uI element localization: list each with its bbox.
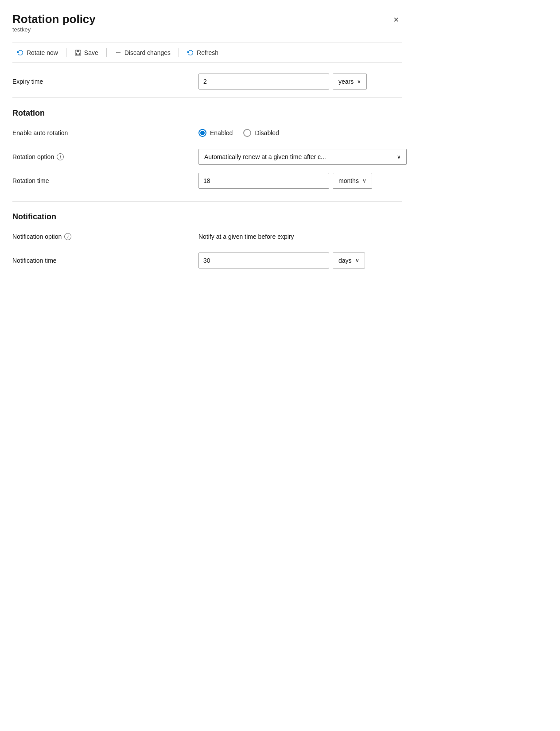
rotation-divider <box>12 201 402 202</box>
notification-option-label: Notification option i <box>12 233 198 240</box>
rotate-now-button[interactable]: Rotate now <box>12 47 62 58</box>
notification-time-unit-chevron: ∨ <box>355 257 359 264</box>
rotation-time-controls: months ∨ <box>198 173 402 189</box>
notification-section: Notification Notification option i Notif… <box>12 212 402 268</box>
rotation-section-title: Rotation <box>12 109 402 118</box>
notification-time-label: Notification time <box>12 257 198 264</box>
discard-label: Discard changes <box>124 49 171 56</box>
refresh-button[interactable]: Refresh <box>183 47 223 58</box>
auto-rotation-radio-group: Enabled Disabled <box>198 129 279 137</box>
discard-icon <box>115 49 122 56</box>
panel-subtitle: testkey <box>12 26 96 33</box>
expiry-controls: years ∨ <box>198 74 402 89</box>
save-icon <box>74 49 82 56</box>
svg-rect-1 <box>77 50 79 52</box>
expiry-unit-chevron: ∨ <box>357 78 361 85</box>
rotate-now-label: Rotate now <box>27 49 58 56</box>
enabled-label: Enabled <box>210 129 233 136</box>
rotation-time-input[interactable] <box>198 173 329 189</box>
toolbar-sep-3 <box>179 48 179 57</box>
disabled-radio-circle <box>243 129 251 137</box>
notification-time-unit-label: days <box>338 257 352 264</box>
expiry-label: Expiry time <box>12 78 198 85</box>
notification-time-row: Notification time days ∨ <box>12 253 402 268</box>
expiry-row: Expiry time years ∨ <box>12 74 402 89</box>
notification-option-value: Notify at a given time before expiry <box>198 233 294 240</box>
rotation-option-value: Automatically renew at a given time afte… <box>204 153 326 160</box>
auto-rotation-row: Enable auto rotation Enabled Disabled <box>12 125 402 141</box>
panel-title: Rotation policy <box>12 12 96 26</box>
rotation-option-row: Rotation option i Automatically renew at… <box>12 149 402 165</box>
expiry-unit-label: years <box>338 78 354 85</box>
notification-option-row: Notification option i Notify at a given … <box>12 229 402 245</box>
svg-rect-3 <box>77 53 79 54</box>
rotation-option-select[interactable]: Automatically renew at a given time afte… <box>198 149 407 165</box>
rotation-option-controls: Automatically renew at a given time afte… <box>198 149 407 165</box>
save-button[interactable]: Save <box>70 47 103 58</box>
refresh-icon <box>187 49 194 56</box>
disabled-label: Disabled <box>255 129 279 136</box>
auto-rotation-controls: Enabled Disabled <box>198 129 402 137</box>
toolbar-sep-1 <box>66 48 66 57</box>
enabled-radio-circle <box>198 129 206 137</box>
disabled-radio[interactable]: Disabled <box>243 129 279 137</box>
rotate-icon <box>17 49 24 56</box>
notification-time-input[interactable] <box>198 253 329 268</box>
rotation-time-unit-chevron: ∨ <box>362 178 366 184</box>
enabled-radio[interactable]: Enabled <box>198 129 233 137</box>
close-button[interactable]: × <box>390 13 402 26</box>
notification-option-controls: Notify at a given time before expiry <box>198 233 402 240</box>
panel-header: Rotation policy testkey × <box>12 12 402 41</box>
rotation-option-label: Rotation option i <box>12 153 198 160</box>
expiry-divider <box>12 97 402 98</box>
rotation-time-unit-select[interactable]: months ∨ <box>333 173 372 189</box>
expiry-unit-select[interactable]: years ∨ <box>333 74 367 89</box>
rotation-time-label: Rotation time <box>12 177 198 184</box>
rotation-time-row: Rotation time months ∨ <box>12 173 402 189</box>
rotation-section: Rotation Enable auto rotation Enabled Di… <box>12 109 402 189</box>
expiry-value-input[interactable] <box>198 74 329 89</box>
rotation-option-info-icon: i <box>57 153 64 160</box>
toolbar: Rotate now Save Discard changes Ref <box>12 43 402 63</box>
notification-option-info-icon: i <box>64 233 71 240</box>
toolbar-sep-2 <box>106 48 107 57</box>
notification-time-controls: days ∨ <box>198 253 402 268</box>
discard-button[interactable]: Discard changes <box>110 47 175 58</box>
rotation-policy-panel: Rotation policy testkey × Rotate now Sav… <box>0 0 416 299</box>
notification-time-unit-select[interactable]: days ∨ <box>333 253 365 268</box>
refresh-label: Refresh <box>197 49 218 56</box>
rotation-time-unit-label: months <box>338 177 359 184</box>
save-label: Save <box>84 49 98 56</box>
auto-rotation-label: Enable auto rotation <box>12 129 198 136</box>
rotation-option-chevron: ∨ <box>397 154 401 160</box>
notification-section-title: Notification <box>12 212 402 222</box>
